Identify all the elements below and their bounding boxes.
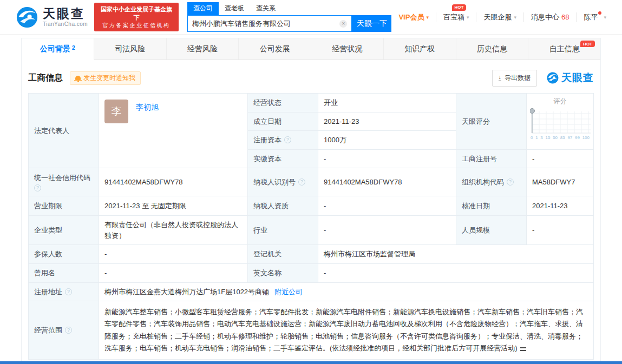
section-title: 工商信息	[28, 72, 63, 84]
field-label-former-name: 曾用名	[29, 264, 99, 283]
chevron-down-icon: ▾	[467, 15, 469, 20]
help-icon[interactable]: ?	[507, 178, 514, 186]
tianyancha-logo-icon	[16, 6, 38, 28]
field-value-registered-capital: 1000万	[318, 131, 456, 150]
score-chart-title: 评分	[530, 96, 590, 106]
field-label-registration-number: 工商注册号	[456, 150, 527, 169]
field-label-approval-date: 核准日期	[456, 196, 527, 216]
field-value-company-type: 有限责任公司（非自然人投资或控股的法人独资）	[99, 216, 248, 245]
menu-enterprise-service[interactable]: 天眼企服 ▾	[476, 12, 523, 22]
tianyancha-logo[interactable]: 天眼查 TianYanCha.com	[16, 6, 88, 28]
tab-operating-status[interactable]: 经营状况	[311, 38, 384, 60]
search-tabs: 查公司 查老板 查关系	[187, 2, 392, 15]
search-tab-company[interactable]: 查公司	[187, 2, 219, 15]
tab-self-info[interactable]: 自主信息 HOT	[528, 38, 600, 60]
chevron-down-icon: ▾	[604, 15, 606, 20]
tab-intellectual-property[interactable]: 知识产权	[384, 38, 456, 60]
clear-search-icon[interactable]: ×	[339, 20, 347, 28]
gov-badge-line1: 国家中小企业发展子基金旗下	[99, 5, 174, 22]
business-info-table: 法定代表人 李 李初旭 经营状态 开业 成立日期 2021-11-23 注册资本…	[28, 93, 594, 360]
logo-domain: TianYanCha.com	[43, 21, 88, 27]
help-icon[interactable]: ?	[284, 136, 291, 143]
menu-user[interactable]: 陈平 ▾	[576, 12, 613, 22]
field-value-status: 开业	[318, 94, 456, 112]
field-label-organization-code: 组织机构代码 ?	[456, 168, 527, 196]
search-area: 查公司 查老板 查关系 × 天眼一下	[187, 2, 392, 32]
footer-top-strip	[0, 361, 622, 364]
help-icon[interactable]: ?	[34, 184, 41, 191]
field-label-english-name: 英文名称	[248, 264, 318, 283]
search-button[interactable]: 天眼一下	[352, 15, 391, 32]
tab-operating-risk[interactable]: 经营风险	[167, 38, 239, 60]
field-label-staff-size: 人员规模	[456, 216, 527, 245]
field-label-taxpayer-id: 纳税人识别号 ?	[248, 168, 318, 196]
field-label-paid-in-capital: 实缴资本	[248, 150, 318, 169]
field-value-taxpayer-qualification: -	[318, 196, 456, 216]
legal-rep-name-link[interactable]: 李初旭	[136, 102, 159, 113]
hot-badge: HOT	[580, 41, 595, 47]
chevron-down-icon: ▾	[514, 15, 516, 20]
search-tab-boss[interactable]: 查老板	[219, 2, 250, 15]
field-label-credit-code: 统一社会信用代码 ?	[29, 168, 99, 196]
message-count-badge: 68	[561, 13, 569, 21]
help-icon[interactable]: ?	[298, 178, 305, 186]
field-value-industry: -	[318, 216, 456, 245]
field-value-business-scope: 新能源汽车整车销售；小微型客车租赁经营服务；汽车零配件批发；新能源汽车电附件销售…	[99, 301, 594, 360]
collapse-text-icon[interactable]	[520, 347, 526, 351]
notify-on-change-button[interactable]: 发生变更时通知我	[70, 71, 141, 85]
search-input[interactable]	[192, 19, 340, 28]
tab-count-badge: 2	[72, 44, 75, 51]
gov-certification-badge: 国家中小企业发展子基金旗下 官方备案企业征信机构	[94, 3, 179, 31]
top-menu: VIP会员 ▾ HOT 百宝箱 ▾ 天眼企服 ▾ 消息中心 68 陈平 ▾	[391, 12, 622, 22]
field-value-paid-in-capital: -	[318, 150, 456, 169]
field-value-english-name: -	[318, 264, 594, 283]
field-label-insured-staff: 参保人数	[29, 245, 99, 264]
company-nav-tabs: 公司背景 2 司法风险 经营风险 公司发展 经营状况 知识产权 历史信息 自主信…	[22, 38, 600, 60]
field-label-business-scope: 经营范围 ?	[29, 301, 99, 360]
tab-company-development[interactable]: 公司发展	[239, 38, 311, 60]
field-value-taxpayer-id: 91441402MA58DFWY78	[318, 168, 456, 196]
download-icon: ↓	[499, 75, 502, 81]
notification-dot	[598, 11, 601, 15]
field-label-taxpayer-qualification: 纳税人资质	[248, 196, 318, 216]
legal-rep-avatar[interactable]: 李	[104, 100, 128, 123]
field-value-approval-date: 2021-11-23	[527, 196, 594, 216]
field-label-legal-rep: 法定代表人	[29, 94, 99, 168]
hot-badge: HOT	[452, 4, 467, 11]
business-info-section: 工商信息 发生变更时通知我 ↓ 导出数据 天眼查	[22, 60, 600, 364]
field-label-status: 经营状态	[248, 94, 318, 112]
field-label-registration-authority: 登记机关	[248, 245, 318, 264]
brand-text: 天眼查	[561, 71, 594, 85]
tianyan-score-chart: 评分	[527, 94, 594, 150]
chevron-down-icon: ▾	[426, 15, 429, 20]
help-icon[interactable]: ?	[65, 288, 72, 295]
tab-judicial-risk[interactable]: 司法风险	[94, 38, 167, 60]
field-value-credit-code: 91441402MA58DFWY78	[99, 168, 248, 196]
field-label-registered-address: 注册地址 ?	[29, 283, 99, 302]
score-gauge-icon	[530, 107, 591, 134]
field-value-registered-address: 梅州市梅江区金燕大道梅州万达广场1F层1022号商铺 附近公司	[99, 283, 594, 302]
field-value-former-name: -	[99, 264, 248, 283]
menu-message-center[interactable]: 消息中心 68	[523, 12, 576, 22]
top-header: 天眼查 TianYanCha.com 国家中小企业发展子基金旗下 官方备案企业征…	[0, 0, 622, 35]
brand-watermark[interactable]: 天眼查	[547, 71, 594, 85]
field-value-business-term: 2021-11-23 至 无固定期限	[99, 196, 248, 216]
search-tab-relations[interactable]: 查关系	[250, 2, 281, 15]
field-label-business-term: 营业期限	[29, 196, 99, 216]
field-value-registration-authority: 梅州市梅江区市场监督管理局	[318, 245, 594, 264]
export-data-button[interactable]: ↓ 导出数据	[492, 70, 538, 87]
menu-toolbox[interactable]: HOT 百宝箱 ▾	[436, 12, 476, 22]
score-axis-ticks: 01 315 5085 9799 100	[530, 135, 590, 141]
company-detail-card: 公司背景 2 司法风险 经营风险 公司发展 经营状况 知识产权 历史信息 自主信…	[21, 38, 601, 364]
tab-company-background[interactable]: 公司背景 2	[22, 38, 94, 60]
tab-history-info[interactable]: 历史信息	[456, 38, 529, 60]
help-icon[interactable]: ?	[65, 327, 72, 334]
field-value-staff-size: -	[527, 216, 594, 245]
field-label-tianyan-score: 天眼评分	[456, 94, 527, 150]
logo-title: 天眼查	[43, 7, 88, 21]
gov-badge-line2: 官方备案企业征信机构	[99, 22, 174, 29]
field-label-established: 成立日期	[248, 112, 318, 131]
menu-vip[interactable]: VIP会员 ▾	[391, 12, 436, 22]
nearby-companies-link[interactable]: 附近公司	[274, 287, 303, 297]
bell-icon	[75, 76, 81, 80]
